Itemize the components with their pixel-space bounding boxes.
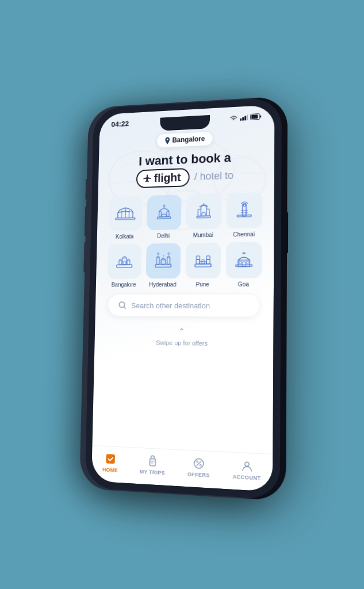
plane-icon xyxy=(142,174,151,183)
svg-rect-19 xyxy=(161,214,166,217)
svg-rect-61 xyxy=(106,454,115,464)
account-icon xyxy=(240,459,253,473)
location-pin-icon xyxy=(164,137,170,144)
flight-pill[interactable]: flight xyxy=(136,168,190,188)
city-item-bangalore[interactable]: Bangalore xyxy=(106,244,141,288)
nav-offers[interactable]: OFFERS xyxy=(182,455,214,480)
city-label-chennai: Chennai xyxy=(233,231,255,238)
city-item-hyderabad[interactable]: Hyderabad xyxy=(145,243,181,288)
svg-point-69 xyxy=(244,462,248,466)
svg-line-15 xyxy=(125,211,132,212)
city-label-pune: Pune xyxy=(196,281,209,288)
home-icon xyxy=(104,452,116,465)
phone-device: 04:22 xyxy=(85,97,281,499)
svg-rect-47 xyxy=(199,262,206,264)
city-label-goa: Goa xyxy=(237,281,248,288)
silent-switch xyxy=(85,179,88,200)
phone-screen: 04:22 xyxy=(91,105,275,492)
svg-point-42 xyxy=(167,253,169,254)
notch xyxy=(160,115,210,131)
nav-my-trips[interactable]: MY TRIPS xyxy=(135,453,170,477)
volume-up-button[interactable] xyxy=(84,206,87,237)
svg-rect-32 xyxy=(116,265,131,267)
bottom-navigation: HOME MY TRIPS xyxy=(91,445,273,492)
svg-rect-45 xyxy=(196,259,199,264)
svg-point-21 xyxy=(163,205,164,206)
svg-line-66 xyxy=(196,461,201,466)
svg-rect-37 xyxy=(155,264,170,267)
search-icon xyxy=(118,301,127,310)
svg-rect-8 xyxy=(250,114,259,120)
svg-rect-27 xyxy=(242,204,246,216)
main-content: Bangalore I want to book a flight / h xyxy=(94,124,274,354)
city-item-delhi[interactable]: Delhi xyxy=(145,194,181,239)
city-item-chennai[interactable]: Chennai xyxy=(225,192,262,238)
svg-rect-17 xyxy=(159,212,161,217)
city-icon-hyderabad xyxy=(145,243,181,279)
power-button[interactable] xyxy=(285,212,288,253)
city-icon-pune xyxy=(185,243,220,278)
svg-rect-34 xyxy=(127,260,129,265)
hero-section: I want to book a flight / hotel to xyxy=(109,149,263,189)
svg-rect-39 xyxy=(167,258,170,265)
nav-trips-label: MY TRIPS xyxy=(139,469,164,476)
trips-icon xyxy=(146,454,159,468)
svg-rect-54 xyxy=(235,265,251,266)
svg-rect-40 xyxy=(160,260,165,265)
volume-down-button[interactable] xyxy=(83,242,86,273)
svg-rect-53 xyxy=(237,260,249,266)
city-icon-mumbai xyxy=(186,193,221,230)
svg-rect-18 xyxy=(166,211,168,217)
city-icon-goa xyxy=(225,242,262,278)
city-item-mumbai[interactable]: Mumbai xyxy=(185,193,221,239)
nav-account[interactable]: ACCOUNT xyxy=(228,457,266,483)
status-icons xyxy=(229,113,262,121)
svg-point-67 xyxy=(196,461,197,462)
divider-text: / hotel to xyxy=(194,170,233,183)
city-item-goa[interactable]: Goa xyxy=(225,242,262,287)
city-item-kolkata[interactable]: Kolkata xyxy=(108,196,143,240)
svg-point-41 xyxy=(157,253,159,255)
svg-point-68 xyxy=(199,464,201,466)
nav-offers-label: OFFERS xyxy=(187,471,209,479)
city-icon-bangalore xyxy=(107,244,141,279)
city-item-pune[interactable]: Pune xyxy=(185,243,221,288)
svg-rect-9 xyxy=(251,114,258,118)
svg-rect-4 xyxy=(240,118,242,121)
svg-rect-49 xyxy=(206,256,209,259)
svg-rect-28 xyxy=(237,215,251,217)
svg-rect-24 xyxy=(206,209,209,216)
city-icon-delhi xyxy=(146,194,181,230)
search-placeholder: Search other destination xyxy=(131,301,209,309)
swipe-up-label: Swipe up for offers xyxy=(156,339,208,347)
svg-rect-6 xyxy=(244,116,246,120)
search-other-destination[interactable]: Search other destination xyxy=(108,294,259,317)
signal-icon xyxy=(240,114,248,121)
location-chip[interactable]: Bangalore xyxy=(156,131,213,148)
svg-rect-5 xyxy=(242,117,244,121)
svg-point-60 xyxy=(119,302,125,308)
city-icon-kolkata xyxy=(108,196,142,231)
svg-rect-23 xyxy=(197,209,200,216)
svg-point-29 xyxy=(243,204,245,206)
phone-wrapper: 04:22 xyxy=(85,99,280,490)
city-icon-chennai xyxy=(226,192,262,229)
svg-rect-44 xyxy=(194,264,210,267)
battery-icon xyxy=(250,113,262,120)
svg-rect-25 xyxy=(201,213,205,216)
svg-rect-58 xyxy=(239,261,241,263)
svg-rect-48 xyxy=(196,256,199,259)
location-label: Bangalore xyxy=(172,135,205,144)
svg-rect-46 xyxy=(206,259,209,264)
swipe-up-section: ⌃ Swipe up for offers xyxy=(105,316,262,354)
flight-label: flight xyxy=(154,171,181,185)
svg-rect-59 xyxy=(246,261,248,263)
svg-rect-10 xyxy=(115,217,135,220)
city-label-mumbai: Mumbai xyxy=(193,232,213,239)
status-time: 04:22 xyxy=(111,120,129,129)
nav-account-label: ACCOUNT xyxy=(232,474,260,481)
svg-rect-38 xyxy=(156,258,159,265)
svg-rect-7 xyxy=(247,114,248,120)
nav-home[interactable]: HOME xyxy=(98,451,122,475)
city-label-bangalore: Bangalore xyxy=(111,281,136,288)
